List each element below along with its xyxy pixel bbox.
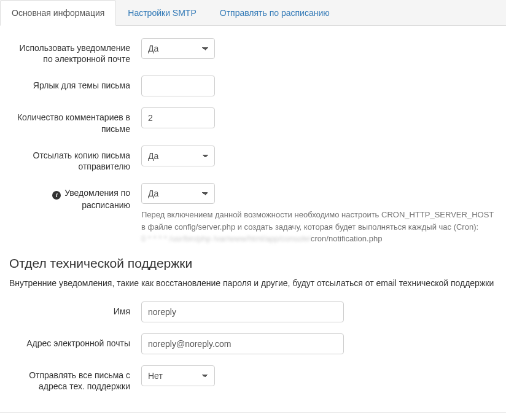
help-text-suffix: cron/notification.php [311, 234, 382, 243]
info-icon[interactable]: i [52, 191, 61, 200]
label-comments-count: Количество комментариев в письме [9, 107, 141, 134]
input-support-name[interactable] [141, 301, 344, 322]
support-section-heading: Отдел технической поддержки [9, 256, 497, 271]
label-use-email-notification: Использовать уведомление по электронной … [9, 38, 141, 64]
tab-main-info[interactable]: Основная информация [0, 0, 116, 26]
label-scheduled-notifications: i Уведомления по расписанию [9, 183, 141, 211]
field-support-name: Имя [9, 301, 497, 322]
label-send-copy: Отсылать копию письма отправителю [9, 146, 141, 172]
label-support-email: Адрес электронной почты [9, 333, 141, 349]
field-subject-label: Ярлык для темы письма [9, 76, 497, 96]
select-send-copy[interactable]: Да [141, 146, 215, 166]
label-subject-label: Ярлык для темы письма [9, 76, 141, 91]
input-subject-label[interactable] [141, 76, 215, 96]
support-section-description: Внутренние уведомления, такие как восста… [9, 278, 497, 288]
tab-smtp-settings[interactable]: Настройки SMTP [116, 0, 208, 26]
form-content: Использовать уведомление по электронной … [0, 26, 506, 412]
field-use-email-notification: Использовать уведомление по электронной … [9, 38, 497, 64]
field-send-copy: Отсылать копию письма отправителю Да [9, 146, 497, 172]
field-support-email: Адрес электронной почты [9, 333, 497, 354]
label-scheduled-notifications-text: Уведомления по расписанию [64, 188, 130, 210]
footer-actions: Сохранить Отправить тестовое письмо [0, 412, 506, 420]
select-scheduled-notifications[interactable]: Да [141, 183, 215, 204]
help-text-blurred: 0 * * * * /usr/bin/php /var/www/html/app… [141, 234, 311, 243]
field-send-all-from-support: Отправлять все письма с адреса тех. подд… [9, 365, 497, 392]
tabs-bar: Основная информация Настройки SMTP Отпра… [0, 0, 506, 26]
field-comments-count: Количество комментариев в письме [9, 107, 497, 134]
field-scheduled-notifications: i Уведомления по расписанию Да Перед вкл… [9, 183, 497, 245]
help-text-scheduled: Перед включением данной возможности необ… [141, 209, 497, 245]
input-support-email[interactable] [141, 333, 344, 354]
tab-schedule-send[interactable]: Отправлять по расписанию [208, 0, 341, 26]
input-comments-count[interactable] [141, 107, 215, 128]
help-text-line1: Перед включением данной возможности необ… [141, 210, 494, 231]
label-support-name: Имя [9, 301, 141, 317]
label-send-all-from-support: Отправлять все письма с адреса тех. подд… [9, 365, 141, 392]
select-use-email-notification[interactable]: Да [141, 38, 215, 59]
select-send-all-from-support[interactable]: Нет [141, 365, 215, 386]
